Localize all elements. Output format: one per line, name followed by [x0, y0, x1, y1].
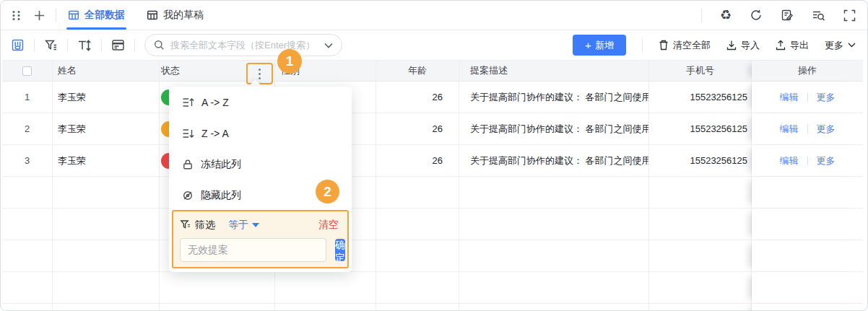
filter-operator-select[interactable]: 等于	[228, 219, 259, 232]
export-button[interactable]: 导出	[776, 39, 809, 52]
column-menu-button[interactable]	[246, 63, 273, 84]
cell-description[interactable]: 关于提高部门协作的建议： 各部门之间使用...	[459, 82, 649, 113]
divider	[56, 8, 56, 22]
sort-ascending-icon	[182, 97, 194, 108]
empty-row	[2, 272, 863, 304]
cell-phone[interactable]: 15523256125	[649, 82, 752, 113]
divider	[807, 124, 808, 133]
chevron-down-icon[interactable]	[324, 43, 333, 48]
filter-confirm-button[interactable]: 确定	[335, 239, 345, 261]
tab-all-data[interactable]: 全部数据	[68, 1, 125, 30]
lock-icon	[182, 159, 194, 170]
top-bar-actions: ♻	[701, 8, 856, 22]
eye-off-icon	[182, 190, 194, 201]
add-tab-button[interactable]	[33, 9, 45, 22]
divider	[134, 39, 135, 52]
column-filter-panel: 筛选 等于 清空 确定	[172, 210, 349, 268]
more-link[interactable]: 更多	[817, 154, 836, 167]
edit-link[interactable]: 编辑	[780, 91, 799, 104]
column-header-actions: 操作	[752, 61, 863, 82]
table-row: 2 李玉荣 26 关于提高部门协作的建议： 各部门之间使用... 1552325…	[2, 113, 863, 145]
form-link-icon[interactable]	[781, 9, 794, 22]
cell-age[interactable]: 26	[376, 145, 459, 177]
divider	[34, 39, 35, 52]
menu-item-sort-asc[interactable]: A -> Z	[169, 87, 352, 118]
menu-item-sort-desc[interactable]: Z -> A	[169, 118, 352, 149]
kebab-menu-icon	[259, 69, 261, 79]
text-sort-icon[interactable]	[77, 39, 92, 52]
empty-row	[2, 240, 863, 272]
cell-actions: 编辑 更多	[752, 113, 863, 145]
cell-description[interactable]: 关于提高部门协作的建议： 各部门之间使用...	[459, 145, 649, 177]
export-icon	[776, 40, 786, 51]
annotation-step-2: 2	[316, 180, 339, 203]
divider	[807, 92, 808, 102]
card-settings-icon[interactable]	[111, 39, 125, 51]
sheet-tabs: 全部数据 我的草稿	[68, 1, 204, 30]
search-bar[interactable]	[144, 34, 342, 56]
column-header-description[interactable]: 提案描述	[459, 61, 649, 82]
row-index[interactable]: 1	[2, 82, 53, 113]
filter-clear-button[interactable]: 清空	[318, 219, 341, 232]
cell-age[interactable]: 26	[376, 82, 459, 113]
refresh-icon[interactable]	[750, 9, 763, 22]
divider	[101, 39, 102, 52]
tab-label: 全部数据	[84, 9, 125, 22]
divider	[701, 8, 702, 22]
search-icon	[154, 40, 165, 51]
row-index[interactable]: 3	[2, 145, 53, 177]
cell-description[interactable]: 关于提高部门协作的建议： 各部门之间使用...	[459, 113, 649, 145]
drag-handle-icon[interactable]	[12, 10, 20, 21]
grid-header-row: 姓名 状态 性别 年龄 提案描述 手机号 操作	[2, 60, 863, 82]
data-grid: 姓名 状态 性别 年龄 提案描述 手机号 操作 1 李玉荣 26 关于提高部门协…	[2, 60, 863, 311]
cell-phone[interactable]: 15523256125	[649, 145, 752, 177]
cell-actions: 编辑 更多	[752, 82, 863, 113]
add-record-button[interactable]: + 新增	[573, 35, 626, 56]
view-switch-icon[interactable]	[11, 38, 25, 52]
table-row: 1 李玉荣 26 关于提高部门协作的建议： 各部门之间使用... 1552325…	[2, 82, 863, 113]
divider	[67, 39, 68, 52]
clear-all-button[interactable]: 清空全部	[659, 39, 711, 52]
plus-icon: +	[585, 39, 591, 51]
filter-value-input[interactable]	[180, 238, 326, 262]
cell-age[interactable]: 26	[376, 113, 459, 145]
table-icon	[68, 9, 79, 21]
trash-icon	[659, 40, 669, 51]
more-button[interactable]: 更多	[825, 39, 856, 52]
caret-down-icon	[252, 223, 259, 227]
chevron-down-icon	[848, 43, 856, 48]
cell-phone[interactable]: 15523256125	[649, 113, 752, 145]
recycle-bin-icon[interactable]: ♻	[720, 9, 732, 22]
import-icon	[726, 40, 737, 51]
search-records-icon[interactable]	[812, 9, 825, 22]
row-index[interactable]: 2	[2, 113, 53, 145]
column-header-phone[interactable]: 手机号	[649, 61, 752, 82]
edit-link[interactable]: 编辑	[780, 123, 799, 136]
column-header-age[interactable]: 年龄	[376, 61, 459, 82]
filter-icon[interactable]	[44, 39, 58, 52]
divider	[807, 156, 808, 165]
view-toolbar: + 新增 清空全部 导入	[1, 30, 867, 60]
tab-label: 我的草稿	[163, 9, 204, 22]
empty-row	[2, 304, 863, 311]
empty-row	[2, 177, 863, 209]
edit-link[interactable]: 编辑	[780, 154, 799, 167]
tab-my-drafts[interactable]: 我的草稿	[147, 1, 204, 30]
divider	[642, 39, 643, 52]
sort-descending-icon	[182, 128, 194, 139]
import-button[interactable]: 导入	[726, 39, 760, 52]
app-window: 全部数据 我的草稿 ♻	[0, 0, 868, 311]
menu-item-freeze-column[interactable]: 冻结此列	[169, 149, 352, 180]
more-link[interactable]: 更多	[817, 123, 836, 136]
cell-name[interactable]: 李玉荣	[53, 113, 160, 145]
cell-actions: 编辑 更多	[752, 145, 863, 177]
cell-name[interactable]: 李玉荣	[53, 82, 160, 113]
top-bar: 全部数据 我的草稿 ♻	[1, 1, 867, 30]
funnel-icon	[180, 219, 191, 230]
cell-name[interactable]: 李玉荣	[53, 145, 160, 177]
fullscreen-icon[interactable]	[843, 9, 856, 22]
search-input[interactable]	[170, 40, 318, 51]
column-header-name[interactable]: 姓名	[53, 61, 160, 82]
more-link[interactable]: 更多	[817, 91, 836, 104]
select-all-checkbox[interactable]	[22, 66, 32, 76]
